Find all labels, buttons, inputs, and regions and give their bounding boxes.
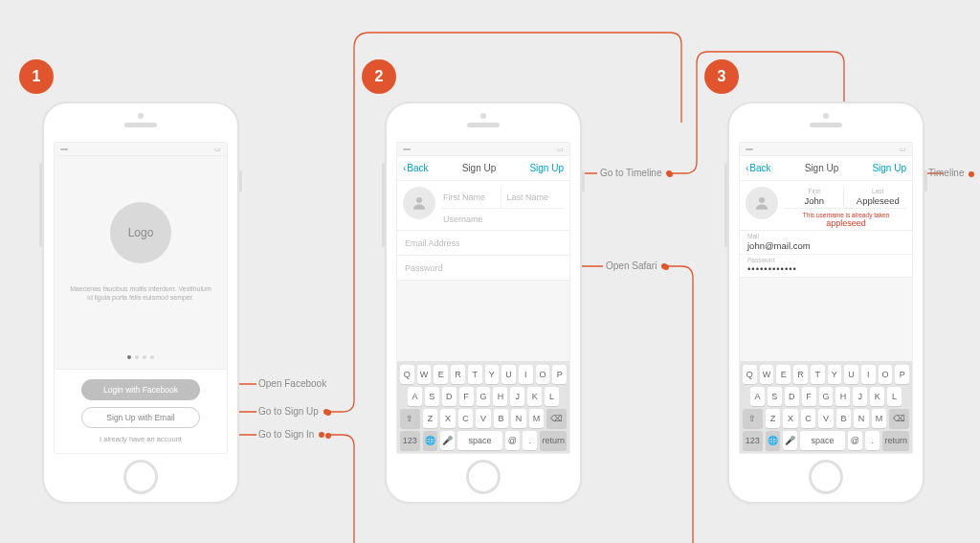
keyboard[interactable]: QWERTYUIOP ASDFGHJKL ⇧ZXCVBNM⌫ 123 🌐 🎤 s…	[740, 361, 912, 453]
key-f[interactable]: F	[459, 387, 474, 406]
key-mic[interactable]: 🎤	[783, 431, 797, 450]
key-q[interactable]: Q	[400, 365, 414, 384]
key-dot[interactable]: .	[523, 431, 537, 450]
key-e[interactable]: E	[434, 365, 448, 384]
password-input[interactable]: Password ••••••••••••	[740, 255, 912, 279]
key-b[interactable]: B	[836, 409, 851, 428]
key-j[interactable]: J	[853, 387, 867, 406]
key-a[interactable]: A	[408, 387, 422, 406]
first-name-input[interactable]: First Name	[441, 187, 501, 208]
key-f[interactable]: F	[802, 387, 816, 406]
email-input[interactable]: Mail john@mail.com	[740, 231, 912, 255]
username-input[interactable]: Username	[441, 209, 564, 230]
password-input[interactable]: Password	[397, 256, 569, 281]
avatar-placeholder[interactable]	[403, 187, 435, 219]
key-b[interactable]: B	[494, 409, 508, 428]
annotation-open-safari: Open Safari	[606, 260, 667, 271]
key-space[interactable]: space	[800, 431, 844, 450]
battery-icon: ▭	[900, 146, 906, 153]
first-name-input[interactable]: First John	[784, 187, 844, 208]
key-t[interactable]: T	[468, 365, 482, 384]
key-x[interactable]: X	[440, 409, 455, 428]
back-button[interactable]: ‹ Back	[746, 163, 771, 173]
key-k[interactable]: K	[527, 387, 542, 406]
key-123[interactable]: 123	[400, 431, 420, 450]
keyboard[interactable]: QWERTYUIOP ASDFGHJKL ⇧ZXCVBNM⌫ 123 🌐 🎤 s…	[397, 361, 569, 453]
key-globe[interactable]: 🌐	[423, 431, 437, 450]
key-z[interactable]: Z	[766, 409, 780, 428]
key-i[interactable]: I	[861, 365, 876, 384]
key-p[interactable]: P	[552, 365, 567, 384]
key-h[interactable]: H	[493, 387, 507, 406]
signup-action-button[interactable]: Sign Up	[872, 163, 906, 173]
key-s[interactable]: S	[768, 387, 782, 406]
key-t[interactable]: T	[811, 365, 825, 384]
key-return[interactable]: return	[540, 431, 567, 450]
key-v[interactable]: V	[476, 409, 490, 428]
key-at[interactable]: @	[505, 431, 520, 450]
key-o[interactable]: O	[536, 365, 550, 384]
key-j[interactable]: J	[510, 387, 524, 406]
battery-icon: ▭	[557, 146, 564, 153]
key-w[interactable]: W	[417, 365, 432, 384]
key-x[interactable]: X	[783, 409, 797, 428]
key-g[interactable]: G	[477, 387, 491, 406]
key-s[interactable]: S	[425, 387, 439, 406]
signup-email-button[interactable]: Sign Up with Email	[81, 407, 200, 428]
key-i[interactable]: I	[519, 365, 533, 384]
key-c[interactable]: C	[801, 409, 815, 428]
key-n[interactable]: N	[854, 409, 868, 428]
key-return[interactable]: return	[882, 431, 909, 450]
key-o[interactable]: O	[879, 365, 893, 384]
key-dot[interactable]: .	[865, 431, 880, 450]
key-d[interactable]: D	[785, 387, 799, 406]
username-input-error[interactable]: This username is already taken appleseed	[784, 209, 906, 230]
signup-action-button[interactable]: Sign Up	[529, 163, 564, 173]
key-a[interactable]: A	[750, 387, 765, 406]
key-r[interactable]: R	[451, 365, 465, 384]
key-delete[interactable]: ⌫	[546, 409, 567, 428]
key-p[interactable]: P	[895, 365, 909, 384]
key-y[interactable]: Y	[828, 365, 842, 384]
key-mic[interactable]: 🎤	[440, 431, 455, 450]
avatar-placeholder[interactable]	[746, 187, 778, 219]
key-delete[interactable]: ⌫	[889, 409, 909, 428]
key-space[interactable]: space	[457, 431, 501, 450]
home-button[interactable]	[809, 460, 843, 494]
home-button[interactable]	[466, 460, 501, 494]
key-at[interactable]: @	[848, 431, 862, 450]
key-u[interactable]: U	[501, 365, 516, 384]
back-button[interactable]: ‹ Back	[403, 163, 429, 173]
key-e[interactable]: E	[776, 365, 791, 384]
key-u[interactable]: U	[844, 365, 858, 384]
nav-bar: ‹ Back Sign Up Sign Up	[740, 156, 912, 181]
home-button[interactable]	[123, 460, 158, 494]
key-shift[interactable]: ⇧	[400, 409, 420, 428]
key-g[interactable]: G	[819, 387, 834, 406]
key-l[interactable]: L	[545, 387, 559, 406]
key-v[interactable]: V	[818, 409, 833, 428]
key-shift[interactable]: ⇧	[743, 409, 763, 428]
key-n[interactable]: N	[511, 409, 525, 428]
email-input[interactable]: Email Address	[397, 231, 569, 256]
key-w[interactable]: W	[760, 365, 774, 384]
key-r[interactable]: R	[793, 365, 808, 384]
login-facebook-button[interactable]: Login with Facebook	[81, 379, 200, 400]
last-name-input[interactable]: Last Name	[501, 187, 565, 208]
key-h[interactable]: H	[835, 387, 850, 406]
already-have-account-link[interactable]: I already have an account	[100, 435, 182, 443]
key-m[interactable]: M	[529, 409, 544, 428]
key-q[interactable]: Q	[743, 365, 757, 384]
key-c[interactable]: C	[458, 409, 473, 428]
page-indicator[interactable]	[55, 355, 227, 359]
key-m[interactable]: M	[872, 409, 886, 428]
key-z[interactable]: Z	[423, 409, 437, 428]
key-123[interactable]: 123	[743, 431, 763, 450]
key-k[interactable]: K	[870, 387, 884, 406]
last-name-input[interactable]: Last Appleseed	[844, 187, 907, 208]
key-d[interactable]: D	[442, 387, 457, 406]
signal-icon: •••••	[746, 146, 752, 152]
key-l[interactable]: L	[887, 387, 902, 406]
key-globe[interactable]: 🌐	[766, 431, 780, 450]
key-y[interactable]: Y	[485, 365, 500, 384]
